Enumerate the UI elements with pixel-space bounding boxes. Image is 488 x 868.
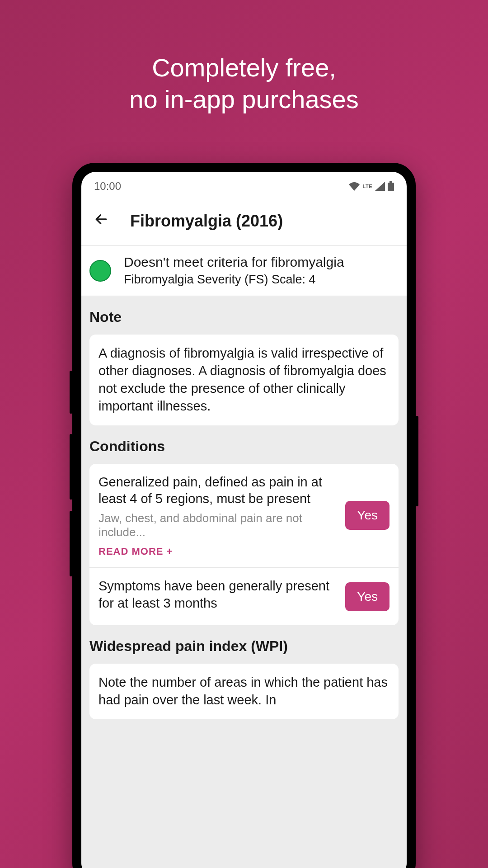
result-text: Doesn't meet criteria for fibromyalgia F… (124, 255, 399, 287)
svg-rect-1 (388, 183, 394, 191)
promo-line-1: Completely free, (0, 52, 488, 84)
note-section-header: Note (89, 296, 399, 335)
phone-button-right (416, 416, 418, 506)
phone-button-left (70, 511, 72, 576)
svg-rect-0 (389, 181, 392, 183)
status-time: 10:00 (94, 180, 121, 193)
condition-toggle-button[interactable]: Yes (345, 582, 389, 611)
result-banner: Doesn't meet criteria for fibromyalgia F… (81, 245, 407, 296)
arrow-left-icon (94, 212, 108, 226)
condition-text: Symptoms have been generally present for… (99, 578, 336, 615)
phone-screen: 10:00 LTE Fibromyalgia (2016) Doesn't me… (81, 172, 407, 868)
page-title: Fibromyalgia (2016) (130, 212, 283, 231)
wpi-section-header: Widespread pain index (WPI) (89, 625, 399, 664)
condition-title: Symptoms have been generally present for… (99, 578, 336, 612)
condition-item: Generalized pain, defined as pain in at … (89, 464, 399, 567)
status-icons: LTE (348, 181, 394, 191)
conditions-card: Generalized pain, defined as pain in at … (89, 464, 399, 626)
condition-text: Generalized pain, defined as pain in at … (99, 474, 336, 557)
app-header: Fibromyalgia (2016) (81, 199, 407, 245)
condition-title: Generalized pain, defined as pain in at … (99, 474, 336, 508)
phone-button-left (70, 371, 72, 414)
promo-line-2: no in-app purchases (0, 84, 488, 115)
battery-icon (388, 181, 394, 191)
wpi-card: Note the number of areas in which the pa… (89, 664, 399, 719)
phone-frame: 10:00 LTE Fibromyalgia (2016) Doesn't me… (72, 163, 416, 868)
conditions-section-header: Conditions (89, 425, 399, 464)
wifi-icon (348, 182, 360, 191)
result-subtitle: Fibromyalgia Severity (FS) Scale: 4 (124, 273, 399, 287)
condition-hint: Jaw, chest, and abdominal pain are not i… (99, 511, 336, 539)
condition-toggle-button[interactable]: Yes (345, 501, 389, 530)
note-card: A diagnosis of fibromyalgia is valid irr… (89, 335, 399, 425)
signal-icon (375, 182, 385, 191)
condition-item: Symptoms have been generally present for… (89, 567, 399, 625)
promo-heading: Completely free, no in-app purchases (0, 0, 488, 115)
result-title: Doesn't meet criteria for fibromyalgia (124, 255, 399, 270)
status-indicator-dot (89, 260, 111, 282)
content-area: Note A diagnosis of fibromyalgia is vali… (81, 296, 407, 868)
status-bar: 10:00 LTE (81, 172, 407, 199)
back-button[interactable] (90, 212, 112, 231)
network-label: LTE (363, 184, 372, 189)
phone-button-left (70, 434, 72, 500)
read-more-link[interactable]: READ MORE + (99, 546, 336, 557)
